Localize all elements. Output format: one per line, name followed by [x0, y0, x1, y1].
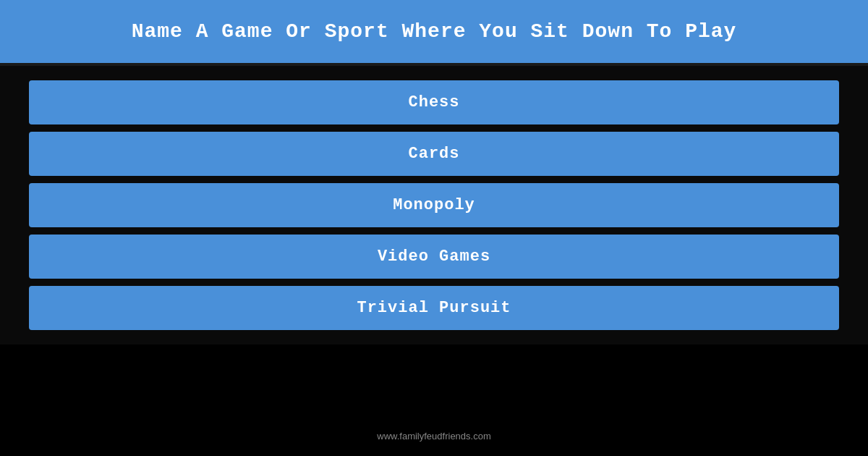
header: Name A Game Or Sport Where You Sit Down … — [0, 0, 868, 63]
answer-2[interactable]: Cards — [29, 132, 839, 176]
answers-container: Chess Cards Monopoly Video Games Trivial… — [0, 66, 868, 345]
answer-5-label: Trivial Pursuit — [357, 299, 511, 317]
answer-1[interactable]: Chess — [29, 80, 839, 124]
footer: www.familyfeudfriends.com — [0, 430, 868, 443]
question-title: Name A Game Or Sport Where You Sit Down … — [14, 20, 854, 43]
answer-3[interactable]: Monopoly — [29, 183, 839, 227]
answer-4[interactable]: Video Games — [29, 235, 839, 279]
answer-4-label: Video Games — [378, 248, 490, 266]
answer-5[interactable]: Trivial Pursuit — [29, 286, 839, 330]
answer-2-label: Cards — [408, 145, 459, 163]
answer-1-label: Chess — [408, 93, 459, 111]
footer-url: www.familyfeudfriends.com — [377, 431, 491, 442]
answer-3-label: Monopoly — [393, 196, 475, 214]
